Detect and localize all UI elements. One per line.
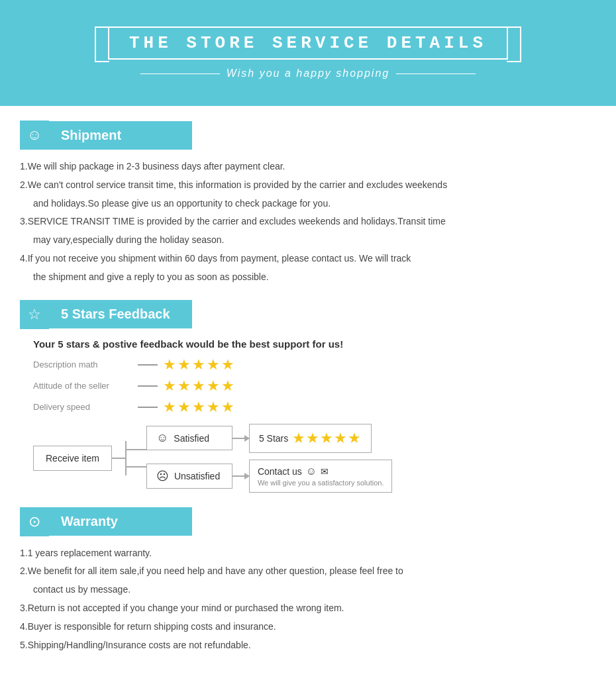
five-stars-row: 5 Stars ★★★★★ [259,430,362,447]
unsatisfied-box: ☹ Unsatisfied [146,464,232,489]
feedback-title-box: 5 Stars Feedback [49,300,192,328]
contact-icon: ☺ [306,466,317,477]
five-stars-icons: ★★★★★ [292,430,362,447]
warranty-point-2b: contact us by message. [33,582,596,598]
warranty-header: ⊙ Warranty [20,507,192,536]
contact-us-label: Contact us [258,466,302,477]
stars-label-description: Description math [33,360,132,370]
feedback-icon: ☆ [28,306,41,323]
warranty-point-4: 4.Buyer is responsible for return shippi… [20,619,596,635]
shipment-point-2: 2.We can't control service transit time,… [20,177,596,193]
mail-icon: ✉ [321,466,329,477]
shipment-content: 1.We will ship package in 2-3 business d… [20,159,596,285]
shipment-title: Shipment [61,128,121,142]
shipment-header: ☺ Shipment [20,121,192,150]
warranty-title-box: Warranty [49,507,192,536]
stars-icons-attitude: ★★★★★ [163,377,236,395]
feedback-icon-box: ☆ [20,300,49,329]
warranty-content: 1.1 years replacement warranty. 2.We ben… [20,546,596,654]
header-title-box: THE STORE SERVICE DETAILS [108,26,508,60]
shipment-title-box: Shipment [49,121,192,150]
shipment-point-2b: and holidays.So please give us an opport… [33,196,596,212]
arrow-satisfied [232,438,249,439]
shipment-point-3: 3.SERVICE TRANSIT TIME is provided by th… [20,214,596,230]
warranty-icon: ⊙ [28,513,40,530]
feedback-title: 5 Stars Feedback [61,307,170,321]
warranty-icon-box: ⊙ [20,507,49,536]
stars-line-3 [138,407,158,408]
arrow-head-unsatisfied [244,473,250,479]
unsatisfied-row: ☹ Unsatisfied Contact us ☺ ✉ We will giv… [146,460,393,493]
shipment-point-4: 4.If you not receive you shipment within… [20,251,596,267]
fork-top [125,441,146,458]
warranty-point-1: 1.1 years replacement warranty. [20,546,596,562]
feedback-best: Your 5 stars & postive feedback would be… [33,338,583,350]
satisfied-box: ☺ Satisfied [146,426,232,450]
five-stars-label: 5 Stars [259,433,288,444]
warranty-title: Warranty [61,514,118,528]
warranty-point-2: 2.We benefit for all item sale,if you ne… [20,564,596,579]
stars-label-attitude: Attitude of the seller [33,381,132,391]
arrow-line-h [112,458,125,459]
stars-row-description: Description math ★★★★★ [33,356,583,373]
unsatisfied-label: Unsatisfied [174,471,220,481]
satisfied-row: ☺ Satisfied 5 Stars ★★★★★ [146,424,393,453]
feedback-header: ☆ 5 Stars Feedback [20,300,192,329]
header-line-left [140,74,220,74]
header-title: THE STORE SERVICE DETAILS [129,33,487,53]
fork-body [125,441,146,475]
five-stars-box: 5 Stars ★★★★★ [249,424,372,453]
satisfied-icon: ☺ [156,431,168,445]
warranty-point-5: 5.Shipping/Handling/Insurance costs are … [20,638,596,654]
header-subtitle: Wish you a happy shopping [227,68,389,79]
receive-diagram: Receive item ☺ Satisfied [33,424,583,493]
contact-box: Contact us ☺ ✉ We will give you a satisf… [249,460,393,493]
stars-icons-delivery: ★★★★★ [163,399,236,416]
stars-icons-description: ★★★★★ [163,356,236,373]
feedback-box: Your 5 stars & postive feedback would be… [33,338,583,416]
header-subtitle-wrap: Wish you a happy shopping [140,68,476,79]
contact-line1: Contact us ☺ ✉ [258,466,384,477]
shipment-icon-box: ☺ [20,121,49,150]
stars-row-attitude: Attitude of the seller ★★★★★ [33,377,583,395]
arrow-unsatisfied [232,475,249,477]
header-banner: THE STORE SERVICE DETAILS Wish you a hap… [0,0,616,106]
stars-line-2 [138,385,158,387]
shipment-icon: ☺ [27,126,42,144]
arrow-head-satisfied [244,435,250,442]
fork-horiz-bot [127,466,146,468]
shipment-point-1: 1.We will ship package in 2-3 business d… [20,159,596,175]
stars-label-delivery: Delivery speed [33,402,132,412]
satisfied-label: Satisfied [174,433,209,444]
outcomes-col: ☺ Satisfied 5 Stars ★★★★★ ☹ Unsatisfied [146,424,393,493]
stars-row-delivery: Delivery speed ★★★★★ [33,399,583,416]
fork-horiz-top [127,449,146,450]
receive-item-box: Receive item [33,446,112,471]
unsatisfied-icon: ☹ [156,469,169,483]
fork-bottom [125,458,146,475]
shipment-point-3b: may vary,especially during the holiday s… [33,232,596,248]
shipment-point-4b: the shipment and give a reply to you as … [33,270,596,285]
contact-note: We will give you a satisfactory solution… [258,479,384,487]
warranty-point-3: 3.Return is not accepted if you change y… [20,601,596,616]
receive-item-label: Receive item [46,453,99,464]
arrow-fork [112,441,146,475]
header-title-wrap: THE STORE SERVICE DETAILS [108,26,508,60]
stars-line-1 [138,364,158,366]
header-line-right [396,74,476,74]
